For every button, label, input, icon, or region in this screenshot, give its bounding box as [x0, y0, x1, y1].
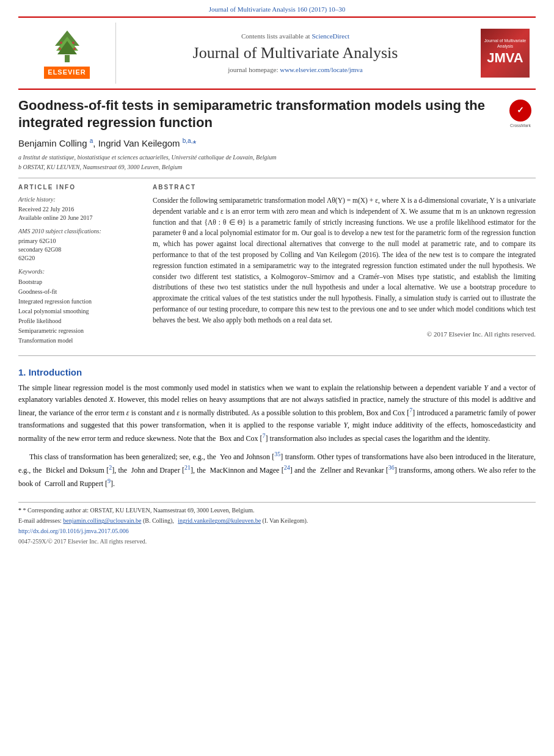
- ref-21-link[interactable]: 21: [184, 464, 191, 471]
- ref-9-link[interactable]: 9: [108, 478, 111, 484]
- history-label: Article history:: [18, 195, 140, 204]
- ref-7-link[interactable]: 7: [409, 407, 412, 413]
- journal-title: Journal of Multivariate Analysis: [193, 43, 398, 62]
- ref-35-link[interactable]: 35: [274, 451, 280, 457]
- elsevier-tree-icon: [43, 27, 92, 64]
- intro-para-2: This class of transformation has been ge…: [18, 449, 536, 490]
- jmva-logo-container: Journal of Multivariate Analysis JMVA: [475, 23, 536, 83]
- crossmark-container[interactable]: ✓ CrossMark: [505, 100, 536, 129]
- abstract-paragraph: Consider the following semiparametric tr…: [153, 195, 536, 326]
- article-info-column: ARTICLE INFO Article history: Received 2…: [18, 183, 140, 351]
- corresponding-text: * Corresponding author at: ORSTAT, KU LE…: [23, 507, 255, 514]
- keyword-profile: Profile likelihood: [18, 316, 140, 326]
- email2-name: (I. Van Keilegom).: [263, 517, 308, 524]
- keyword-transform: Transformation model: [18, 336, 140, 346]
- affiliations: a Institut de statistique, biostatistiqu…: [18, 153, 536, 172]
- ref-24-link[interactable]: 24: [284, 464, 290, 471]
- publisher-logo: ELSEVIER: [18, 23, 116, 83]
- journal-reference: Journal of Multivariate Analysis 160 (20…: [0, 0, 554, 16]
- jmva-abbr: JMVA: [487, 49, 523, 68]
- contents-available: Contents lists available at ScienceDirec…: [241, 32, 349, 41]
- info-abstract-columns: ARTICLE INFO Article history: Received 2…: [18, 183, 536, 351]
- issn-line: 0047-259X/© 2017 Elsevier Inc. All right…: [18, 537, 536, 546]
- contents-text: Contents lists available at: [241, 32, 310, 40]
- jmva-logo: Journal of Multivariate Analysis JMVA: [481, 29, 530, 78]
- jmva-logo-text: Journal of Multivariate Analysis: [483, 38, 527, 49]
- email1-name: (B. Colling),: [143, 517, 174, 524]
- keywords-label: Keywords:: [18, 267, 140, 276]
- affiliation-a: a Institut de statistique, biostatistiqu…: [18, 153, 536, 162]
- article-title: Goodness-of-fit tests in semiparametric …: [18, 97, 499, 132]
- copyright-line: © 2017 Elsevier Inc. All rights reserved…: [153, 330, 536, 339]
- intro-body: The simple linear regression model is th…: [18, 382, 536, 490]
- affiliation-b: b ORSTAT, KU LEUVEN, Naamsestraat 69, 30…: [18, 163, 536, 172]
- ref-2-link[interactable]: 2: [109, 464, 112, 471]
- journal-info: Contents lists available at ScienceDirec…: [116, 23, 475, 83]
- keywords-block: Keywords: Bootstrap Goodness-of-fit Inte…: [18, 267, 140, 346]
- main-content: Goodness-of-fit tests in semiparametric …: [18, 90, 536, 547]
- ams-secondary: secondary 62G08: [18, 245, 140, 254]
- corresponding-note: * * Corresponding author at: ORSTAT, KU …: [18, 506, 536, 515]
- homepage-link[interactable]: www.elsevier.com/locate/jmva: [280, 66, 363, 73]
- keyword-irf: Integrated regression function: [18, 297, 140, 307]
- divider-1: [18, 178, 536, 178]
- sciencedirect-link[interactable]: ScienceDirect: [312, 32, 349, 40]
- abstract-text: Consider the following semiparametric tr…: [153, 195, 536, 326]
- homepage-line: journal homepage: www.elsevier.com/locat…: [228, 65, 362, 75]
- page-footer: * * Corresponding author at: ORSTAT, KU …: [18, 502, 536, 546]
- email-label: E-mail addresses:: [18, 517, 62, 524]
- ref-36-link[interactable]: 36: [388, 464, 395, 471]
- elsevier-wordmark: ELSEVIER: [44, 67, 89, 78]
- ams-code3: 62G20: [18, 254, 140, 263]
- svg-point-4: [60, 42, 62, 44]
- keywords-list: Bootstrap Goodness-of-fit Integrated reg…: [18, 277, 140, 346]
- homepage-text-label: journal homepage:: [228, 66, 278, 73]
- introduction-section: 1. Introduction The simple linear regres…: [18, 366, 536, 490]
- svg-point-5: [72, 42, 75, 44]
- article-history: Article history: Received 22 July 2016 A…: [18, 195, 140, 222]
- svg-point-6: [59, 48, 61, 50]
- keyword-semi: Semiparametric regression: [18, 326, 140, 336]
- journal-header: ELSEVIER Contents lists available at Sci…: [18, 16, 536, 89]
- abstract-section: ABSTRACT Consider the following semipara…: [153, 183, 536, 351]
- keyword-goodness: Goodness-of-fit: [18, 287, 140, 297]
- article-info-heading: ARTICLE INFO: [18, 183, 140, 192]
- authors-line: Benjamin Colling a, Ingrid Van Keilegom …: [18, 137, 536, 150]
- article-title-section: Goodness-of-fit tests in semiparametric …: [18, 97, 536, 132]
- email1-link[interactable]: benjamin.colling@uclouvain.be: [63, 517, 141, 524]
- intro-heading: 1. Introduction: [18, 366, 536, 379]
- crossmark-label: CrossMark: [510, 123, 531, 129]
- divider-2: [18, 355, 536, 356]
- email-line: E-mail addresses: benjamin.colling@uclou…: [18, 517, 536, 525]
- available-date: Available online 20 June 2017: [18, 214, 140, 222]
- keyword-bootstrap: Bootstrap: [18, 277, 140, 287]
- received-date: Received 22 July 2016: [18, 205, 140, 214]
- doi-line: http://dx.doi.org/10.1016/j.jmva.2017.05…: [18, 527, 536, 536]
- crossmark-icon: ✓: [509, 100, 531, 122]
- ref-7b-link[interactable]: 7: [263, 432, 266, 439]
- ams-primary: primary 62G10: [18, 237, 140, 245]
- star-symbol: *: [18, 507, 21, 514]
- svg-point-7: [73, 48, 76, 50]
- doi-link[interactable]: http://dx.doi.org/10.1016/j.jmva.2017.05…: [18, 528, 129, 534]
- ams-label: AMS 2010 subject classifications:: [18, 227, 140, 236]
- svg-rect-0: [65, 55, 70, 62]
- abstract-heading: ABSTRACT: [153, 183, 536, 192]
- keyword-lps: Local polynomial smoothing: [18, 307, 140, 316]
- email2-link[interactable]: ingrid.vankeilegom@kuleuven.be: [178, 517, 261, 524]
- ams-classifications: AMS 2010 subject classifications: primar…: [18, 227, 140, 263]
- intro-para-1: The simple linear regression model is th…: [18, 382, 536, 445]
